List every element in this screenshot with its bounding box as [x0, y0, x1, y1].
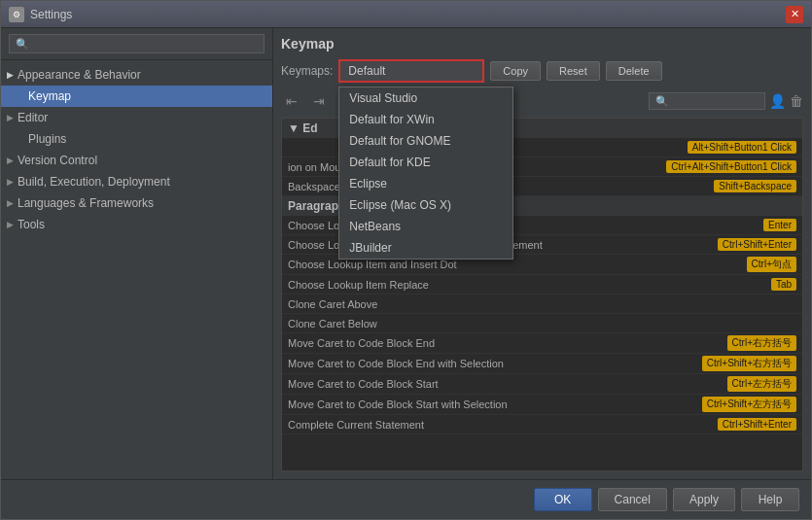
sidebar-item-label: Languages & Frameworks	[18, 196, 154, 210]
table-row[interactable]: Clone Caret Below	[282, 314, 802, 333]
dropdown-option-default-gnome[interactable]: Default for GNOME	[339, 130, 512, 152]
sidebar-item-label: Editor	[18, 111, 48, 124]
keymap-dropdown-wrapper: Default Visual Studio Default for XWin D…	[338, 59, 484, 83]
sidebar-item-tools[interactable]: ▶ Tools	[1, 214, 272, 235]
filter-input[interactable]	[649, 92, 765, 110]
table-row[interactable]: Move Caret to Code Block Start with Sele…	[282, 395, 802, 415]
kb-shortcut: Ctrl+Shift+Enter	[718, 238, 796, 251]
kb-action-name: Choose Lookup Item Replace	[288, 279, 767, 291]
sidebar-search-input[interactable]	[9, 34, 265, 53]
sidebar-item-label: Build, Execution, Deployment	[18, 175, 170, 189]
expand-arrow: ▶	[7, 113, 14, 122]
sidebar-item-label: Plugins	[28, 132, 66, 146]
title-bar: ⚙ Settings ✕	[1, 1, 811, 28]
table-row[interactable]: Move Caret to Code Block End Ctrl+右方括号	[282, 333, 802, 354]
dropdown-option-default-xwin[interactable]: Default for XWin	[339, 109, 512, 130]
outdent-button[interactable]: ⇥	[308, 90, 330, 112]
sidebar-item-label: Version Control	[18, 154, 97, 167]
kb-shortcut: Tab	[771, 278, 796, 291]
indent-button[interactable]: ⇤	[281, 90, 302, 112]
table-row[interactable]: Choose Lookup Item Replace Tab	[282, 275, 802, 295]
content-area: ▶ Appearance & Behavior Keymap ▶ Editor …	[1, 28, 811, 479]
expand-arrow: ▶	[7, 220, 14, 229]
section-label: ▼ Ed	[288, 121, 318, 135]
sidebar-item-editor[interactable]: ▶ Editor	[1, 107, 272, 128]
kb-shortcut: Enter	[763, 219, 796, 231]
apply-button[interactable]: Apply	[673, 488, 735, 511]
kb-action-name: Clone Caret Above	[288, 298, 796, 310]
dropdown-option-eclipse[interactable]: Eclipse	[339, 173, 512, 194]
kb-shortcut: Ctrl+Alt+Shift+Button1 Click	[666, 160, 796, 173]
expand-arrow: ▶	[7, 156, 14, 165]
delete-button[interactable]: Delete	[606, 61, 662, 81]
reset-button[interactable]: Reset	[547, 61, 600, 81]
kb-shortcut: Ctrl+Shift+左方括号	[702, 397, 796, 412]
trash-icon[interactable]: 🗑	[790, 93, 803, 109]
section-label: Paragraph	[288, 199, 345, 213]
copy-button[interactable]: Copy	[490, 61, 541, 81]
keymap-dropdown-list: Visual Studio Default for XWin Default f…	[338, 87, 513, 260]
kb-shortcut: Ctrl+句点	[747, 257, 796, 272]
sidebar-item-plugins[interactable]: Plugins	[1, 128, 272, 150]
main-panel: Keymap Keymaps: Default Visual Studio De…	[273, 28, 811, 479]
sidebar-item-keymap[interactable]: Keymap	[1, 86, 272, 107]
kb-action-name: Complete Current Statement	[288, 419, 714, 431]
sidebar-item-label: Appearance & Behavior	[18, 68, 141, 82]
panel-title: Keymap	[281, 36, 803, 52]
sidebar-item-label: Keymap	[28, 89, 71, 103]
dropdown-option-default-kde[interactable]: Default for KDE	[339, 152, 512, 173]
table-row[interactable]: Move Caret to Code Block End with Select…	[282, 354, 802, 374]
table-row[interactable]: Complete Current Statement Ctrl+Shift+En…	[282, 415, 802, 434]
search-right: 👤 🗑	[649, 92, 803, 110]
dropdown-option-visual-studio[interactable]: Visual Studio	[339, 87, 512, 109]
dropdown-option-jbuilder[interactable]: JBuilder	[339, 237, 512, 259]
sidebar-item-build[interactable]: ▶ Build, Execution, Deployment	[1, 171, 272, 192]
dropdown-option-netbeans[interactable]: NetBeans	[339, 216, 512, 237]
cancel-button[interactable]: Cancel	[598, 488, 667, 511]
app-icon: ⚙	[9, 7, 24, 22]
user-icon[interactable]: 👤	[769, 93, 786, 109]
keymap-bar: Keymaps: Default Visual Studio Default f…	[281, 59, 803, 83]
keymaps-label: Keymaps:	[281, 64, 333, 78]
sidebar-item-vcs[interactable]: ▶ Version Control	[1, 150, 272, 171]
sidebar-search-box	[1, 28, 272, 60]
dropdown-option-eclipse-mac[interactable]: Eclipse (Mac OS X)	[339, 194, 512, 216]
expand-arrow: ▶	[7, 70, 14, 80]
nav-tree: ▶ Appearance & Behavior Keymap ▶ Editor …	[1, 60, 272, 479]
kb-action-name: Choose Lookup Item and Insert Dot	[288, 259, 743, 270]
window-title: Settings	[30, 8, 786, 21]
footer: OK Cancel Apply Help	[1, 479, 811, 519]
kb-action-name: Move Caret to Code Block End	[288, 337, 724, 349]
settings-window: ⚙ Settings ✕ ▶ Appearance & Behavior Key…	[0, 0, 812, 520]
help-button[interactable]: Help	[741, 488, 799, 511]
keymap-select[interactable]: Default Visual Studio Default for XWin D…	[338, 59, 484, 83]
sidebar-item-appearance[interactable]: ▶ Appearance & Behavior	[1, 64, 272, 86]
table-row[interactable]: Move Caret to Code Block Start Ctrl+左方括号	[282, 374, 802, 395]
kb-action-name: Clone Caret Below	[288, 318, 796, 329]
ok-button[interactable]: OK	[534, 488, 592, 511]
kb-shortcut: Ctrl+右方括号	[727, 335, 796, 351]
kb-shortcut: Alt+Shift+Button1 Click	[688, 141, 796, 154]
sidebar-item-label: Tools	[18, 218, 45, 231]
table-row[interactable]: Clone Caret Above	[282, 295, 802, 314]
sidebar-item-languages[interactable]: ▶ Languages & Frameworks	[1, 192, 272, 214]
kb-action-name: Move Caret to Code Block Start with Sele…	[288, 399, 698, 410]
expand-arrow: ▶	[7, 198, 14, 208]
sidebar: ▶ Appearance & Behavior Keymap ▶ Editor …	[1, 28, 273, 479]
kb-action-name: Move Caret to Code Block Start	[288, 378, 724, 390]
expand-arrow: ▶	[7, 177, 14, 187]
close-button[interactable]: ✕	[786, 6, 803, 23]
kb-shortcut: Ctrl+左方括号	[727, 376, 796, 392]
kb-shortcut: Ctrl+Shift+右方括号	[702, 356, 796, 371]
kb-action-name: Move Caret to Code Block End with Select…	[288, 358, 698, 369]
kb-shortcut: Ctrl+Shift+Enter	[718, 418, 796, 431]
kb-shortcut: Shift+Backspace	[714, 180, 796, 192]
